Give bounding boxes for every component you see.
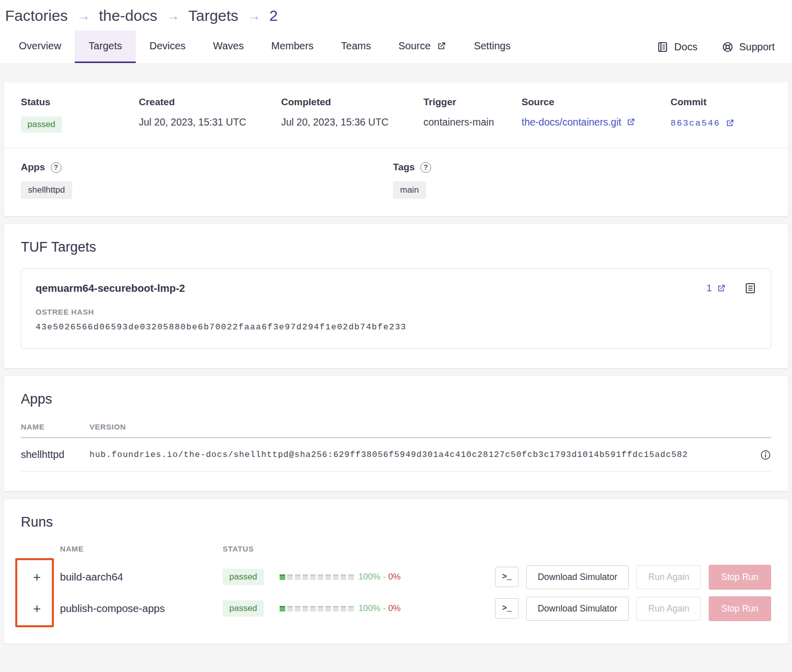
tuf-count-text: 1 [707,283,712,294]
download-simulator-button[interactable]: Download Simulator [526,597,629,621]
apps-chip: shellhttpd [21,181,72,199]
external-link-icon [716,284,726,293]
tab-label: Settings [474,40,510,52]
tab-settings[interactable]: Settings [460,30,524,63]
completed-value: Jul 20, 2023, 15:36 UTC [281,116,423,128]
tuf-target-item: qemuarm64-secureboot-lmp-2 1 OSTREE HASH… [21,268,771,349]
tuf-target-name: qemuarm64-secureboot-lmp-2 [36,282,185,294]
breadcrumb-factory[interactable]: the-docs [99,7,157,24]
external-link-icon [626,117,635,127]
tab-label: Waves [213,40,243,52]
field-apps: Apps ? shellhttpd [21,162,393,199]
tuf-target-count-link[interactable]: 1 [707,283,726,294]
tab-targets[interactable]: Targets [75,30,136,63]
commit-label: Commit [671,97,771,108]
header-actions: Docs Support [645,30,787,63]
page-header: Factories → the-docs → Targets → 2 Overv… [0,0,792,63]
fail-percentage: 0% [388,603,401,613]
app-version: hub.foundries.io/the-docs/shellhttpd@sha… [89,450,688,460]
field-tags: Tags ? main [393,162,431,199]
support-link[interactable]: Support [710,30,787,63]
runs-table-header: NAME STATUS [21,544,771,553]
trigger-value: containers-main [423,116,522,128]
run-name: build-aarch64 [60,571,223,583]
table-row: + publish-compose-apps passed 100% - 0% … [21,593,771,624]
run-status-badge: passed [223,569,264,585]
breadcrumb-arrow-icon: → [166,8,179,24]
breadcrumb-targets[interactable]: Targets [188,7,238,24]
breadcrumb-target-number: 2 [269,7,278,24]
apps-col-version: VERSION [89,422,126,431]
field-completed: Completed Jul 20, 2023, 15:36 UTC [281,97,423,133]
run-status-badge: passed [223,600,264,617]
tuf-targets-title: TUF Targets [21,239,771,255]
runs-card: Runs NAME STATUS + build-aarch64 passed … [4,499,788,644]
created-value: Jul 20, 2023, 15:31 UTC [139,116,281,128]
pass-percentage: 100% [358,603,380,613]
docs-link[interactable]: Docs [645,30,710,63]
commit-hash-text: 863ca546 [671,118,720,128]
expand-run-button[interactable]: + [29,569,45,585]
tab-label: Source [399,40,431,52]
breadcrumb: Factories → the-docs → Targets → 2 [0,0,792,28]
apps-col-name: NAME [21,422,89,431]
tab-waves[interactable]: Waves [199,30,257,63]
tab-members[interactable]: Members [257,30,327,63]
tab-overview[interactable]: Overview [5,30,75,63]
apps-table-header: NAME VERSION [21,422,771,438]
app-name: shellhttpd [21,449,89,461]
stop-run-button[interactable]: Stop Run [709,565,771,590]
run-again-button[interactable]: Run Again [636,597,701,621]
tab-label: Members [271,40,313,52]
console-button[interactable]: >_ [495,598,518,619]
support-label: Support [739,41,775,53]
tab-source[interactable]: Source [385,30,460,63]
commit-link[interactable]: 863ca546 [671,118,735,128]
stop-run-button[interactable]: Stop Run [709,596,771,621]
expand-run-button[interactable]: + [29,601,45,617]
breadcrumb-arrow-icon: → [76,8,90,24]
field-source: Source the-docs/containers.git [522,97,671,133]
ostree-hash-value: 43e5026566d06593de03205880be6b70022faaa6… [36,322,756,332]
tab-bar: Overview Targets Devices Waves Members T… [0,28,792,63]
source-label: Source [522,97,671,108]
field-status: Status passed [21,97,139,133]
source-repo-text: the-docs/containers.git [522,116,621,128]
summary-row-1: Status passed Created Jul 20, 2023, 15:3… [4,82,788,148]
run-progress-squares [280,574,358,580]
summary-row-2: Apps ? shellhttpd Tags ? main [4,148,788,216]
app-info-button[interactable] [760,449,771,461]
apps-card: Apps NAME VERSION shellhttpd hub.foundri… [4,376,788,491]
tags-chip: main [393,181,426,199]
external-link-icon [725,118,735,128]
fail-percentage: 0% [388,572,401,582]
source-repo-link[interactable]: the-docs/containers.git [522,116,635,128]
docs-book-icon [657,41,668,53]
tab-devices[interactable]: Devices [136,30,199,63]
run-again-button[interactable]: Run Again [636,565,701,589]
runs-title: Runs [21,514,771,530]
console-button[interactable]: >_ [495,567,518,587]
runs-col-name: NAME [60,544,223,553]
download-simulator-button[interactable]: Download Simulator [526,565,629,589]
created-label: Created [139,97,281,108]
info-icon [760,449,771,461]
target-summary-card: Status passed Created Jul 20, 2023, 15:3… [4,82,788,216]
tab-label: Targets [88,40,122,52]
tuf-targets-card: TUF Targets qemuarm64-secureboot-lmp-2 1… [4,224,788,368]
apps-label: Apps [21,162,45,173]
completed-label: Completed [281,97,423,108]
docs-label: Docs [674,41,697,53]
breadcrumb-arrow-icon: → [247,8,261,24]
field-trigger: Trigger containers-main [423,97,522,133]
target-details-list-icon[interactable] [744,282,756,294]
breadcrumb-factories[interactable]: Factories [5,7,68,24]
ostree-hash-label: OSTREE HASH [36,308,756,316]
tab-label: Teams [341,40,371,52]
tags-help-icon[interactable]: ? [420,162,431,173]
table-row: + build-aarch64 passed 100% - 0% >_ Down… [21,561,771,593]
runs-col-status: STATUS [223,544,254,553]
tab-teams[interactable]: Teams [327,30,385,63]
table-row: shellhttpd hub.foundries.io/the-docs/she… [21,438,771,472]
apps-help-icon[interactable]: ? [51,162,62,173]
